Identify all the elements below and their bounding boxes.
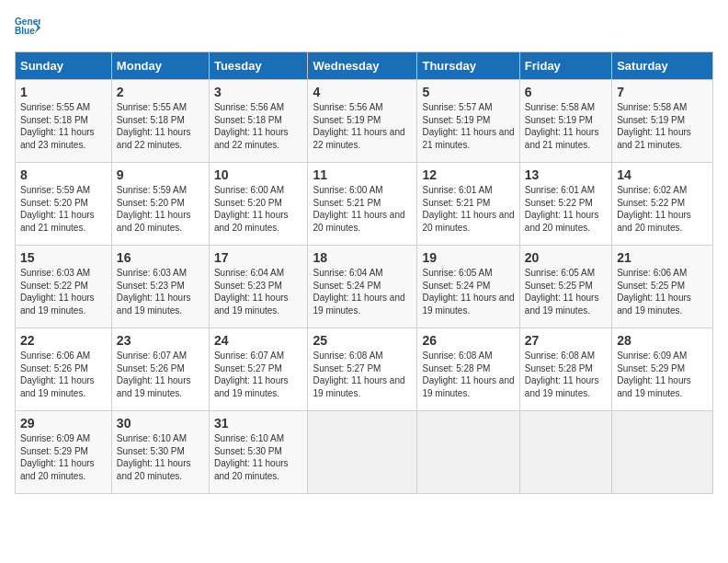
calendar-week-row: 1 Sunrise: 5:55 AMSunset: 5:18 PMDayligh… [16,80,713,163]
page-header: General Blue [15,15,713,40]
calendar-cell: 19 Sunrise: 6:05 AMSunset: 5:24 PMDaylig… [417,246,519,328]
calendar-cell: 6 Sunrise: 5:58 AMSunset: 5:19 PMDayligh… [519,80,611,163]
calendar-week-row: 22 Sunrise: 6:06 AMSunset: 5:26 PMDaylig… [16,328,713,411]
calendar-cell: 5 Sunrise: 5:57 AMSunset: 5:19 PMDayligh… [417,80,519,163]
calendar-cell: 25 Sunrise: 6:08 AMSunset: 5:27 PMDaylig… [308,328,417,411]
calendar-cell: 8 Sunrise: 5:59 AMSunset: 5:20 PMDayligh… [16,163,112,246]
calendar-cell [519,411,611,494]
day-number: 16 [117,250,204,265]
calendar-cell: 2 Sunrise: 5:55 AMSunset: 5:18 PMDayligh… [111,80,209,163]
day-number: 13 [525,167,607,182]
calendar-week-row: 29 Sunrise: 6:09 AMSunset: 5:29 PMDaylig… [16,411,713,494]
weekday-header: Wednesday [308,52,417,80]
day-info: Sunrise: 5:58 AMSunset: 5:19 PMDaylight:… [617,102,691,150]
calendar-cell: 26 Sunrise: 6:08 AMSunset: 5:28 PMDaylig… [417,328,519,411]
calendar-cell: 18 Sunrise: 6:04 AMSunset: 5:24 PMDaylig… [308,246,417,328]
day-number: 14 [617,167,708,182]
day-info: Sunrise: 6:05 AMSunset: 5:25 PMDaylight:… [525,268,599,316]
day-number: 20 [525,250,607,265]
calendar-cell: 7 Sunrise: 5:58 AMSunset: 5:19 PMDayligh… [612,80,713,163]
calendar-cell: 29 Sunrise: 6:09 AMSunset: 5:29 PMDaylig… [16,411,112,494]
day-number: 30 [117,416,204,431]
day-info: Sunrise: 5:55 AMSunset: 5:18 PMDaylight:… [117,102,191,150]
day-info: Sunrise: 6:00 AMSunset: 5:21 PMDaylight:… [313,185,404,233]
day-info: Sunrise: 5:56 AMSunset: 5:19 PMDaylight:… [313,102,404,150]
day-number: 21 [617,250,708,265]
day-number: 28 [617,333,708,348]
weekday-header: Friday [519,52,611,80]
day-number: 15 [20,250,107,265]
calendar-cell: 10 Sunrise: 6:00 AMSunset: 5:20 PMDaylig… [209,163,308,246]
day-info: Sunrise: 6:05 AMSunset: 5:24 PMDaylight:… [422,268,514,316]
calendar-cell: 23 Sunrise: 6:07 AMSunset: 5:26 PMDaylig… [111,328,209,411]
day-number: 25 [313,333,412,348]
day-info: Sunrise: 6:07 AMSunset: 5:26 PMDaylight:… [117,350,191,398]
day-number: 22 [20,333,107,348]
day-info: Sunrise: 5:59 AMSunset: 5:20 PMDaylight:… [20,185,95,233]
weekday-header: Monday [111,52,209,80]
calendar-cell: 13 Sunrise: 6:01 AMSunset: 5:22 PMDaylig… [519,163,611,246]
day-number: 3 [214,85,303,99]
weekday-header: Saturday [612,52,713,80]
calendar-cell [308,411,417,494]
day-info: Sunrise: 6:00 AMSunset: 5:20 PMDaylight:… [214,185,289,233]
day-number: 29 [20,416,107,431]
calendar-week-row: 15 Sunrise: 6:03 AMSunset: 5:22 PMDaylig… [16,246,713,328]
day-info: Sunrise: 6:04 AMSunset: 5:23 PMDaylight:… [214,268,289,316]
day-number: 26 [422,333,514,348]
day-info: Sunrise: 6:04 AMSunset: 5:24 PMDaylight:… [313,268,404,316]
day-info: Sunrise: 6:10 AMSunset: 5:30 PMDaylight:… [214,433,289,481]
logo-icon: General Blue [15,15,40,40]
day-info: Sunrise: 6:07 AMSunset: 5:27 PMDaylight:… [214,350,289,398]
calendar-cell: 9 Sunrise: 5:59 AMSunset: 5:20 PMDayligh… [111,163,209,246]
day-number: 2 [117,85,204,99]
day-number: 6 [525,85,607,99]
day-info: Sunrise: 5:58 AMSunset: 5:19 PMDaylight:… [525,102,599,150]
day-info: Sunrise: 6:08 AMSunset: 5:28 PMDaylight:… [525,350,599,398]
day-number: 18 [313,250,412,265]
weekday-header: Thursday [417,52,519,80]
day-number: 8 [20,167,107,182]
day-number: 17 [214,250,303,265]
day-info: Sunrise: 6:03 AMSunset: 5:22 PMDaylight:… [20,268,95,316]
calendar-cell: 17 Sunrise: 6:04 AMSunset: 5:23 PMDaylig… [209,246,308,328]
day-info: Sunrise: 6:10 AMSunset: 5:30 PMDaylight:… [117,433,191,481]
weekday-header: Sunday [16,52,112,80]
calendar-table: SundayMondayTuesdayWednesdayThursdayFrid… [15,52,713,494]
calendar-cell: 30 Sunrise: 6:10 AMSunset: 5:30 PMDaylig… [111,411,209,494]
calendar-cell: 28 Sunrise: 6:09 AMSunset: 5:29 PMDaylig… [612,328,713,411]
day-number: 31 [214,416,303,431]
calendar-cell [612,411,713,494]
calendar-cell: 27 Sunrise: 6:08 AMSunset: 5:28 PMDaylig… [519,328,611,411]
day-info: Sunrise: 6:02 AMSunset: 5:22 PMDaylight:… [617,185,691,233]
day-number: 11 [313,167,412,182]
day-info: Sunrise: 6:09 AMSunset: 5:29 PMDaylight:… [20,433,95,481]
day-number: 12 [422,167,514,182]
day-info: Sunrise: 6:01 AMSunset: 5:22 PMDaylight:… [525,185,599,233]
day-info: Sunrise: 6:06 AMSunset: 5:26 PMDaylight:… [20,350,95,398]
day-number: 7 [617,85,708,99]
day-info: Sunrise: 6:06 AMSunset: 5:25 PMDaylight:… [617,268,691,316]
day-number: 19 [422,250,514,265]
calendar-cell: 4 Sunrise: 5:56 AMSunset: 5:19 PMDayligh… [308,80,417,163]
calendar-cell: 31 Sunrise: 6:10 AMSunset: 5:30 PMDaylig… [209,411,308,494]
calendar-cell: 3 Sunrise: 5:56 AMSunset: 5:18 PMDayligh… [209,80,308,163]
day-number: 23 [117,333,204,348]
calendar-cell: 12 Sunrise: 6:01 AMSunset: 5:21 PMDaylig… [417,163,519,246]
calendar-cell: 11 Sunrise: 6:00 AMSunset: 5:21 PMDaylig… [308,163,417,246]
day-number: 9 [117,167,204,182]
calendar-cell: 14 Sunrise: 6:02 AMSunset: 5:22 PMDaylig… [612,163,713,246]
day-info: Sunrise: 5:56 AMSunset: 5:18 PMDaylight:… [214,102,289,150]
day-number: 27 [525,333,607,348]
day-info: Sunrise: 6:08 AMSunset: 5:28 PMDaylight:… [422,350,514,398]
day-number: 24 [214,333,303,348]
day-number: 5 [422,85,514,99]
day-info: Sunrise: 5:59 AMSunset: 5:20 PMDaylight:… [117,185,191,233]
day-number: 4 [313,85,412,99]
calendar-cell: 20 Sunrise: 6:05 AMSunset: 5:25 PMDaylig… [519,246,611,328]
day-info: Sunrise: 6:09 AMSunset: 5:29 PMDaylight:… [617,350,691,398]
day-number: 1 [20,85,107,99]
weekday-header: Tuesday [209,52,308,80]
weekday-header-row: SundayMondayTuesdayWednesdayThursdayFrid… [16,52,713,80]
day-number: 10 [214,167,303,182]
